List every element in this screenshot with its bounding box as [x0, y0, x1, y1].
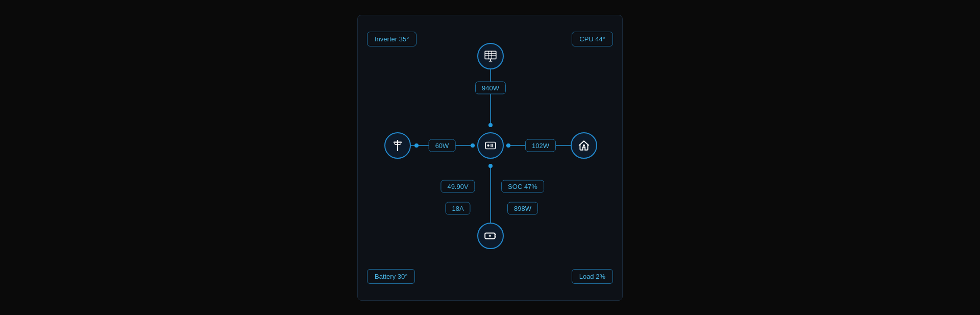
svg-point-8	[488, 123, 493, 127]
grid-icon-circle[interactable]	[384, 132, 411, 159]
svg-point-9	[488, 164, 493, 168]
grid-power-value: 60W	[429, 139, 456, 152]
inverter-icon-circle[interactable]	[477, 132, 504, 159]
svg-point-26	[583, 144, 585, 146]
svg-point-5	[471, 143, 475, 148]
battery-watts-value: 898W	[507, 202, 538, 214]
battery-icon-circle[interactable]	[477, 223, 504, 249]
main-panel: Inverter 35° CPU 44° Battery 30° Load 2%	[357, 15, 623, 301]
battery-icon	[484, 229, 497, 243]
svg-point-6	[506, 143, 510, 148]
solar-panel-icon	[484, 50, 497, 63]
grid-pole-icon	[391, 139, 404, 152]
solar-icon-circle[interactable]	[477, 43, 504, 69]
battery-voltage-value: 49.90V	[440, 180, 475, 192]
inverter-icon	[484, 139, 497, 152]
load-power-value: 102W	[525, 139, 556, 152]
load-icon-circle[interactable]	[571, 132, 597, 159]
home-icon	[577, 139, 591, 152]
battery-current-value: 18A	[445, 202, 470, 214]
svg-rect-10	[485, 51, 496, 59]
solar-power-value: 940W	[475, 81, 506, 94]
battery-soc-value: SOC 47%	[501, 180, 544, 192]
svg-rect-17	[485, 142, 496, 149]
svg-point-18	[487, 144, 489, 146]
svg-point-4	[414, 143, 419, 148]
